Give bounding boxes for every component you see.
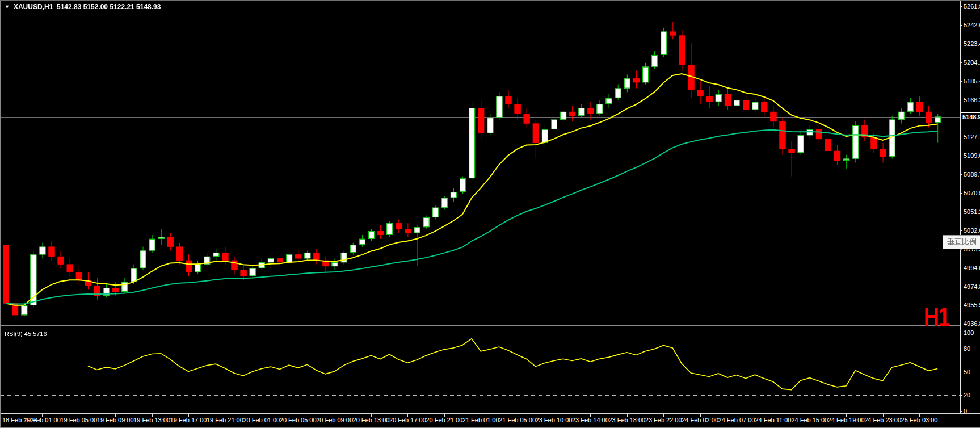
price-axis-tick bbox=[960, 249, 962, 250]
time-axis-label: 24 Feb 07:00 bbox=[718, 417, 755, 423]
time-axis-label: 23 Feb 14:00 bbox=[572, 417, 609, 423]
price-axis-tick bbox=[960, 212, 962, 212]
rsi-axis-tick bbox=[960, 333, 962, 333]
time-axis-label: 19 Feb 09:00 bbox=[97, 417, 134, 423]
price-axis-tick bbox=[960, 62, 962, 63]
time-axis-label: 24 Feb 02:00 bbox=[682, 417, 718, 423]
price-axis-label: 5127.70 bbox=[964, 133, 980, 140]
time-axis-label: 21 Feb 01:00 bbox=[462, 417, 499, 423]
chart-dropdown-icon[interactable]: ▼ bbox=[5, 4, 10, 10]
time-axis-label: 24 Feb 11:00 bbox=[755, 417, 791, 423]
time-axis-label: 20 Feb 09:00 bbox=[316, 417, 353, 423]
time-axis-label: 21 Feb 05:00 bbox=[499, 417, 536, 423]
time-axis-label: 19 Feb 21:00 bbox=[207, 417, 243, 423]
time-axis-label: 24 Feb 23:00 bbox=[864, 417, 901, 423]
time-axis-line bbox=[0, 413, 980, 414]
rsi-axis-tick bbox=[960, 349, 962, 349]
price-axis-label: 5261.90 bbox=[964, 3, 980, 10]
rsi-axis-label: 100 bbox=[964, 329, 974, 336]
price-axis-tick bbox=[960, 6, 962, 7]
price-axis-label: 4994.05 bbox=[964, 265, 980, 271]
price-axis-tick bbox=[960, 25, 962, 26]
time-axis-label: 20 Feb 13:00 bbox=[353, 417, 390, 423]
time-axis-label: 19 Feb 17:00 bbox=[170, 417, 207, 423]
price-axis-tick bbox=[960, 156, 962, 156]
panel-resize-handle[interactable] bbox=[0, 325, 960, 326]
chart-title: ▼XAUUSD,H1 5142.83 5152.00 5122.21 5148.… bbox=[5, 3, 161, 11]
price-axis-tick bbox=[960, 174, 962, 175]
time-axis-label: 20 Feb 05:00 bbox=[280, 417, 317, 423]
price-axis-tick bbox=[960, 193, 962, 194]
price-axis-label: 5166.20 bbox=[964, 96, 980, 103]
time-axis-label: 24 Feb 15:00 bbox=[791, 417, 828, 423]
price-axis-label: 5204.15 bbox=[964, 59, 980, 66]
price-axis-label: 5242.65 bbox=[964, 22, 980, 28]
bid-price-label: 5148.93 bbox=[961, 112, 980, 121]
price-axis-tick bbox=[960, 137, 962, 137]
price-axis-tick bbox=[960, 100, 962, 100]
time-axis-label: 20 Feb 21:00 bbox=[426, 417, 462, 423]
time-axis-label: 23 Feb 10:00 bbox=[536, 417, 573, 423]
price-axis-tick bbox=[960, 44, 962, 44]
price-axis-label: 5185.45 bbox=[964, 78, 980, 85]
price-axis-tick bbox=[960, 230, 962, 231]
rsi-axis-label: 50 bbox=[964, 368, 970, 375]
price-chart-canvas[interactable] bbox=[0, 1, 960, 325]
time-axis-label: 20 Feb 01:00 bbox=[243, 417, 280, 423]
rsi-axis-tick bbox=[960, 372, 962, 372]
price-axis-label: 5032.00 bbox=[964, 227, 980, 234]
ohlc-values: 5142.83 5152.00 5122.21 5148.93 bbox=[57, 3, 161, 11]
price-axis-label: 5109.00 bbox=[964, 152, 980, 159]
time-axis-label: 23 Feb 22:00 bbox=[645, 417, 682, 423]
price-axis-tick bbox=[960, 287, 962, 287]
time-axis-label: 23 Feb 18:00 bbox=[608, 417, 645, 423]
rsi-indicator-canvas[interactable] bbox=[0, 328, 960, 413]
price-axis-tick bbox=[960, 268, 962, 268]
price-axis-tick bbox=[960, 81, 962, 82]
price-axis-label: 4974.80 bbox=[964, 283, 980, 290]
symbol-period-label: XAUUSD,H1 bbox=[14, 3, 53, 11]
vertical-scale-tooltip: 垂直比例 bbox=[943, 235, 980, 249]
time-axis-label: 20 Feb 17:00 bbox=[389, 417, 426, 423]
price-axis-label: 5070.50 bbox=[964, 190, 980, 196]
panel-separator-line bbox=[0, 328, 960, 328]
time-axis-label: 19 Feb 05:00 bbox=[60, 417, 97, 423]
rsi-axis-label: 80 bbox=[964, 345, 970, 352]
price-axis-label: 5051.25 bbox=[964, 208, 980, 215]
time-axis-label: 19 Feb 01:00 bbox=[24, 417, 61, 423]
window-left-border bbox=[0, 1, 1, 428]
price-axis-label: 4955.55 bbox=[964, 301, 980, 308]
ohlc-readout bbox=[53, 3, 57, 11]
price-axis-label: 5223.40 bbox=[964, 40, 980, 47]
time-axis-label: 24 Feb 19:00 bbox=[828, 417, 865, 423]
price-axis-tick bbox=[960, 305, 962, 305]
time-axis-label: 19 Feb 13:00 bbox=[133, 417, 170, 423]
rsi-indicator-label: RSI(9) 45.5716 bbox=[5, 330, 47, 337]
price-axis-tick bbox=[960, 324, 962, 324]
price-axis-label: 5089.75 bbox=[964, 171, 980, 178]
rsi-axis-label: 20 bbox=[964, 392, 970, 398]
mt4-chart-window: ▼XAUUSD,H1 5142.83 5152.00 5122.21 5148.… bbox=[0, 0, 980, 428]
time-axis-label: 25 Feb 03:00 bbox=[901, 417, 938, 423]
rsi-axis-tick bbox=[960, 395, 962, 396]
price-axis-label: 4936.85 bbox=[964, 320, 980, 327]
timeframe-watermark: H1 bbox=[924, 304, 949, 330]
rsi-axis-tick bbox=[960, 411, 962, 412]
